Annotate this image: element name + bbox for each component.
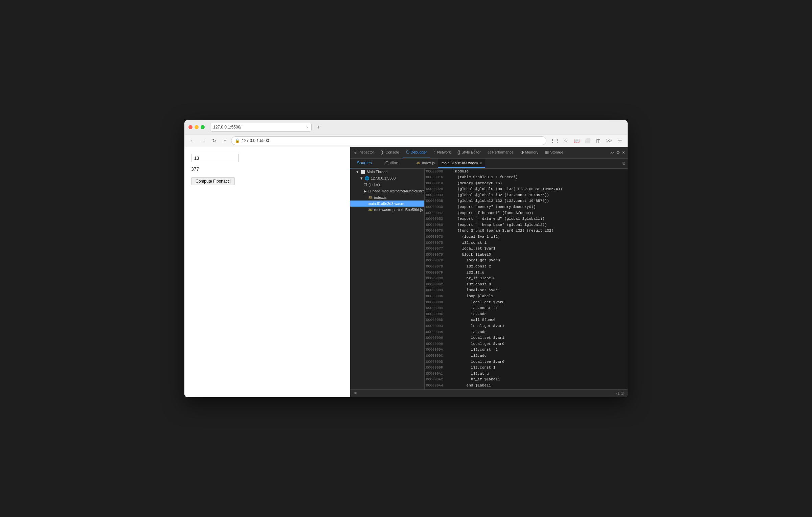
tab-storage-label: Storage [550, 150, 563, 154]
file-tab-index[interactable]: JS index.js [413, 159, 438, 168]
security-icon: 🔒 [235, 138, 240, 143]
sub-tab-sources[interactable]: Sources [350, 158, 379, 168]
sub-tab-outline[interactable]: Outline [379, 158, 405, 168]
forward-button[interactable]: → [199, 136, 208, 145]
line-address: 00000096 [426, 335, 453, 341]
line-code: local.get $var0 [453, 258, 500, 264]
tab-address-bar[interactable]: 127.0.0.1:5500/ × [210, 123, 312, 132]
line-code: local.tee $var0 [453, 359, 504, 365]
code-line: 00000093 local.get $var1 [425, 323, 628, 329]
line-code: local.set $var1 [453, 335, 504, 341]
line-address: 00000000 [426, 169, 453, 174]
overflow-icon[interactable]: >> [605, 136, 613, 145]
cursor-position: (1, 1) [616, 392, 624, 395]
tree-item-node-modules[interactable]: ▶ ☐ node_modules/parcel-bundler/src/buil… [350, 188, 424, 194]
code-line: 00000028 (global $global0 (mut i32) (i32… [425, 186, 628, 192]
devtools-body: ▼ ⬜ Main Thread ▼ 🌐 127.0.0.1:5500 ☐ (in… [350, 169, 628, 389]
line-address: 00000053 [426, 216, 453, 222]
maximize-button[interactable] [201, 125, 205, 129]
line-address: 00000033 [426, 192, 453, 198]
line-address: 0000009C [426, 353, 453, 359]
line-address: 00000088 [426, 300, 453, 305]
line-address: 0000009D [426, 359, 453, 365]
code-editor[interactable]: 00000000(module00000016 (table $table0 1… [425, 169, 628, 389]
tree-origin-icon: 🌐 [365, 176, 369, 181]
webpage: 377 Compute Fibonacci [184, 147, 350, 397]
back-button[interactable]: ← [188, 136, 197, 145]
line-code: loop $label1 [453, 293, 493, 300]
tree-item-indexjs[interactable]: JS index.js [350, 194, 424, 201]
file-tabs: JS index.js main.81a9e3d3.wasm × ⧉ [412, 159, 628, 168]
devtools-overflow-icon[interactable]: >> [610, 150, 614, 155]
refresh-button[interactable]: ↻ [209, 136, 219, 145]
code-line: 0000008C i32.add [425, 311, 628, 318]
tree-index-html-label: (index) [368, 183, 380, 187]
line-address: 00000080 [426, 276, 453, 281]
line-address: 00000084 [426, 287, 453, 293]
line-address: 00000077 [426, 246, 453, 252]
line-code: i32.gt_u [453, 371, 489, 377]
line-address: 00000086 [426, 293, 453, 299]
line-address: 00000016 [426, 174, 453, 180]
storage-icon: ▦ [545, 150, 549, 155]
devtools-close-icon[interactable]: × [622, 150, 625, 155]
bookmarks-icon[interactable]: ⋮⋮ [550, 136, 559, 145]
code-line: 00000096 local.set $var1 [425, 335, 628, 341]
traffic-lights [188, 125, 205, 129]
tab-close-icon[interactable]: × [307, 125, 309, 129]
tree-file-icon: ☐ [364, 183, 367, 187]
tree-item-main-thread[interactable]: ▼ ⬜ Main Thread [350, 169, 424, 175]
line-address: 0000003D [426, 204, 453, 210]
file-tab-wasm-close[interactable]: × [480, 161, 482, 165]
menu-icon[interactable]: ☰ [615, 136, 624, 145]
nav-address-bar[interactable]: 🔒 127.0.0.1:5500 [231, 136, 546, 145]
sidebar-icon[interactable]: ◫ [594, 136, 603, 145]
home-button[interactable]: ⌂ [220, 136, 230, 145]
file-tab-index-icon: JS [416, 161, 420, 165]
line-code: block $label0 [453, 252, 491, 258]
eye-icon[interactable]: 👁 [354, 391, 358, 396]
minimize-button[interactable] [195, 125, 199, 129]
tab-network[interactable]: ↕ Network [430, 147, 454, 159]
code-line: 00000080 br_if $label0 [425, 276, 628, 282]
network-icon: ↕ [434, 150, 436, 155]
line-address: 00000060 [426, 222, 453, 228]
tree-item-rustjs[interactable]: JS rust-wasm-parcel.d5be59fd.js [350, 207, 424, 213]
split-editor-icon[interactable]: ⧉ [623, 161, 626, 166]
new-tab-button[interactable]: + [314, 123, 322, 131]
tab-style-editor[interactable]: {} Style Editor [454, 147, 484, 159]
reader-icon[interactable]: 📖 [572, 136, 581, 145]
code-line: 0000009C i32.add [425, 353, 628, 359]
tree-item-wasm[interactable]: main.81a9e3d3.wasm [350, 201, 424, 207]
close-button[interactable] [188, 125, 193, 129]
star-icon[interactable]: ☆ [561, 136, 570, 145]
tab-memory[interactable]: ◑ Memory [517, 147, 542, 159]
sub-tab-outline-label: Outline [385, 161, 398, 165]
sub-tab-sources-label: Sources [357, 161, 372, 165]
code-line: 0000003D (export "memory" (memory $memor… [425, 204, 628, 210]
tree-item-origin[interactable]: ▼ 🌐 127.0.0.1:5500 [350, 175, 424, 182]
line-address: 0000007F [426, 270, 453, 276]
screenshot-icon[interactable]: ⬜ [583, 136, 592, 145]
nav-bar: ← → ↻ ⌂ 🔒 127.0.0.1:5500 ⋮⋮ ☆ 📖 ⬜ ◫ >> ☰ [184, 135, 628, 147]
line-address: 00000070 [426, 228, 453, 234]
tree-item-index-html[interactable]: ☐ (index) [350, 182, 424, 188]
line-code: i32.const -1 [453, 305, 498, 311]
line-address: 00000070 [426, 234, 453, 240]
tab-debugger[interactable]: ⬡ Debugger [403, 147, 430, 159]
devtools-settings-icon[interactable]: ⚙ [616, 150, 620, 155]
code-line: 00000082 i32.const 0 [425, 282, 628, 288]
line-code: (module [453, 169, 469, 175]
tab-console[interactable]: ❯ Console [377, 147, 402, 159]
tab-storage[interactable]: ▦ Storage [542, 147, 567, 159]
tab-inspector-label: Inspector [359, 150, 374, 154]
tab-inspector[interactable]: ◱ Inspector [350, 147, 377, 159]
fibonacci-input[interactable] [191, 154, 239, 162]
file-tab-index-label: index.js [422, 161, 435, 165]
line-code: (global $global1 i32 (i32.const 1048576)… [453, 192, 549, 198]
file-tab-wasm[interactable]: main.81a9e3d3.wasm × [438, 159, 485, 168]
tab-performance-label: Performance [492, 150, 514, 154]
tab-performance[interactable]: ◎ Performance [484, 147, 517, 159]
line-address: 0000003B [426, 198, 453, 204]
compute-button[interactable]: Compute Fibonacci [191, 177, 235, 185]
